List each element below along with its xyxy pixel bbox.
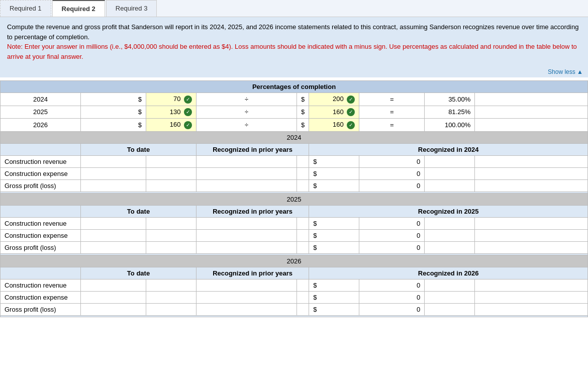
prior-cell[interactable] [197,167,297,179]
col-recognized: Recognized in 2026 [309,267,588,279]
todate-cell[interactable] [81,167,146,179]
spacer1 [146,155,197,167]
col-todate: To date [81,267,197,279]
table-row: Construction revenue $ 0 [1,217,588,229]
tab-label: Required 3 [116,5,148,12]
spacer3 [425,217,475,229]
tab-required3[interactable]: Required 3 [106,0,157,17]
spacer4 [475,303,588,315]
percentage-row: 2024 $ 70 ✓ ÷ $ 200 ✓ = 35.00% [1,93,588,106]
row-label: Gross profit (loss) [1,241,81,253]
col-todate: To date [81,205,197,217]
prior-cell[interactable] [197,291,297,303]
pct-numerator[interactable]: 70 ✓ [146,93,197,106]
year-header-2024: 2024 [1,131,588,143]
main-table: Percentages of completion 2024 $ 70 ✓ ÷ … [0,80,588,317]
todate-cell[interactable] [81,241,146,253]
dollar-cell: $ [309,291,359,303]
spacer4 [475,167,588,179]
spacer1 [146,303,197,315]
dollar-cell: $ [309,229,359,241]
todate-cell[interactable] [81,155,146,167]
prior-cell[interactable] [197,217,297,229]
spacer1 [146,279,197,291]
pct-result: 81.25% [425,106,475,119]
spacer1 [146,179,197,192]
recognized-input[interactable]: 0 [359,229,425,241]
table-row: Gross profit (loss) $ 0 [1,303,588,315]
recognized-input[interactable]: 0 [359,279,425,291]
equals-sign: = [359,119,425,132]
percentages-header: Percentages of completion [1,81,588,93]
row-label: Gross profit (loss) [1,179,81,192]
pct-numerator[interactable]: 160 ✓ [146,119,197,132]
spacer2 [297,303,309,315]
col-prior: Recognized in prior years [197,143,309,155]
todate-cell[interactable] [81,303,146,315]
pct-numerator[interactable]: 130 ✓ [146,106,197,119]
pct-denominator[interactable]: 160 ✓ [309,106,359,119]
recognized-input[interactable]: 0 [359,155,425,167]
spacer3 [425,167,475,179]
spacer2 [297,291,309,303]
subheader-2024: To date Recognized in prior years Recogn… [1,143,588,155]
spacer2 [297,179,309,192]
instructions-note: Note: Enter your answer in millions (i.e… [7,42,581,61]
row-label: Construction expense [1,167,81,179]
dollar-cell: $ [309,217,359,229]
show-less-button[interactable]: Show less ▲ [0,66,588,77]
spacer3 [425,155,475,167]
empty-col [1,143,81,155]
spacer1 [146,217,197,229]
prior-cell[interactable] [197,303,297,315]
tab-required1[interactable]: Required 1 [0,0,51,17]
recognized-input[interactable]: 0 [359,291,425,303]
spacer3 [425,241,475,253]
prior-cell[interactable] [197,279,297,291]
pct-denominator[interactable]: 160 ✓ [309,119,359,132]
dollar-sign: $ [81,119,146,132]
todate-cell[interactable] [81,179,146,192]
dollar-cell: $ [309,303,359,315]
row-label: Construction revenue [1,217,81,229]
recognized-input[interactable]: 0 [359,179,425,192]
pct-result: 35.00% [425,93,475,106]
empty-col [1,205,81,217]
tab-required2[interactable]: Required 2 [52,0,105,17]
dollar-sign: $ [81,106,146,119]
spacer [475,119,588,132]
spacer2 [297,279,309,291]
check-icon: ✓ [184,96,192,104]
equals-sign: = [359,93,425,106]
spacer4 [475,279,588,291]
check-icon: ✓ [184,121,192,129]
recognized-input[interactable]: 0 [359,303,425,315]
recognized-input[interactable]: 0 [359,241,425,253]
spacer3 [425,279,475,291]
prior-cell[interactable] [197,179,297,192]
col-recognized: Recognized in 2024 [309,143,588,155]
prior-cell[interactable] [197,229,297,241]
spacer2 [297,229,309,241]
recognized-input[interactable]: 0 [359,167,425,179]
todate-cell[interactable] [81,279,146,291]
todate-cell[interactable] [81,291,146,303]
prior-cell[interactable] [197,155,297,167]
dollar-sign2: $ [297,119,309,132]
recognized-input[interactable]: 0 [359,217,425,229]
prior-cell[interactable] [197,241,297,253]
todate-cell[interactable] [81,217,146,229]
spacer4 [475,241,588,253]
row-label: Construction expense [1,291,81,303]
table-row: Construction expense $ 0 [1,167,588,179]
todate-cell[interactable] [81,229,146,241]
spacer2 [297,155,309,167]
year-header-2025: 2025 [1,193,588,205]
spacer4 [475,229,588,241]
spacer2 [297,217,309,229]
subheader-2025: To date Recognized in prior years Recogn… [1,205,588,217]
pct-denominator[interactable]: 200 ✓ [309,93,359,106]
divider [1,315,588,317]
tab-label: Required 1 [10,5,42,12]
spacer4 [475,217,588,229]
